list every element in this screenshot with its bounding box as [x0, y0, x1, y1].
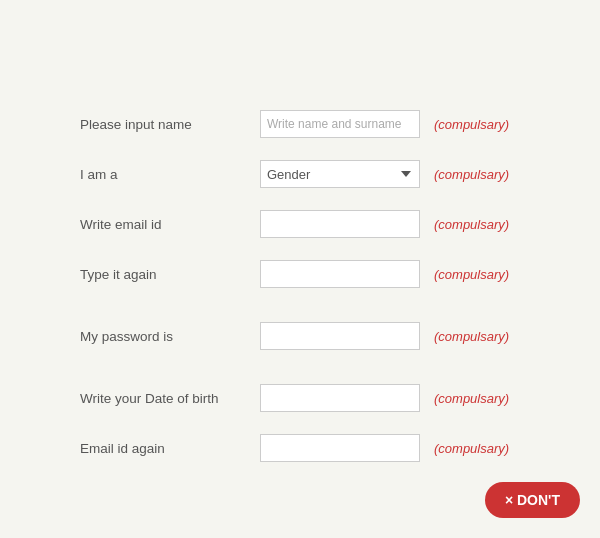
name-input[interactable] — [260, 110, 420, 138]
name-label: Please input name — [80, 117, 260, 132]
email-input[interactable] — [260, 210, 420, 238]
dont-button[interactable]: × DON'T — [485, 482, 580, 518]
dob-label: Write your Date of birth — [80, 391, 260, 406]
spacer2 — [80, 372, 540, 384]
gender-row: I am a Gender Male Female Other (compuls… — [80, 160, 540, 188]
email-confirm-row: Type it again (compulsary) — [80, 260, 540, 288]
email-again-compulsory: (compulsary) — [434, 441, 509, 456]
email-compulsory: (compulsary) — [434, 217, 509, 232]
password-compulsory: (compulsary) — [434, 329, 509, 344]
gender-label: I am a — [80, 167, 260, 182]
password-label: My password is — [80, 329, 260, 344]
email-row: Write email id (compulsary) — [80, 210, 540, 238]
form-container: Please input name (compulsary) I am a Ge… — [80, 110, 540, 484]
name-row: Please input name (compulsary) — [80, 110, 540, 138]
gender-select[interactable]: Gender Male Female Other — [260, 160, 420, 188]
email-again-input[interactable] — [260, 434, 420, 462]
email-label: Write email id — [80, 217, 260, 232]
gender-compulsory: (compulsary) — [434, 167, 509, 182]
email-confirm-input[interactable] — [260, 260, 420, 288]
dob-input[interactable] — [260, 384, 420, 412]
password-row: My password is (compulsary) — [80, 322, 540, 350]
name-compulsory: (compulsary) — [434, 117, 509, 132]
spacer — [80, 310, 540, 322]
email-confirm-compulsory: (compulsary) — [434, 267, 509, 282]
dob-row: Write your Date of birth (compulsary) — [80, 384, 540, 412]
dob-compulsory: (compulsary) — [434, 391, 509, 406]
password-input[interactable] — [260, 322, 420, 350]
email-again-label: Email id again — [80, 441, 260, 456]
email-confirm-label: Type it again — [80, 267, 260, 282]
email-again-row: Email id again (compulsary) — [80, 434, 540, 462]
